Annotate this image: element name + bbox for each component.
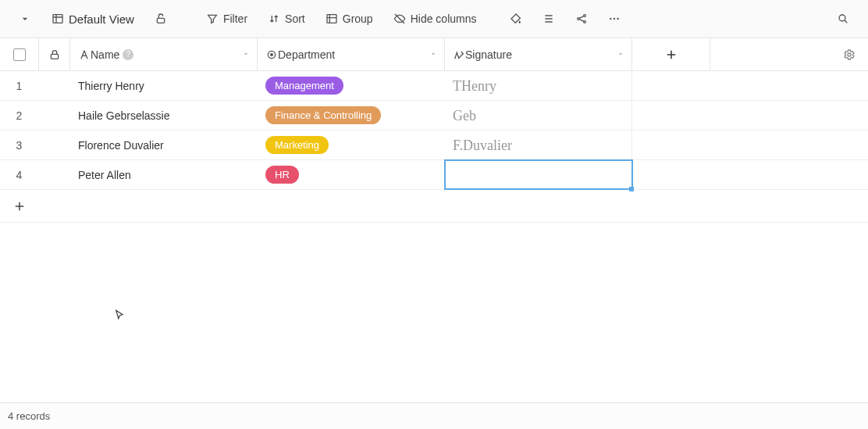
column-name-label: Name <box>91 48 119 61</box>
share-icon <box>575 13 588 25</box>
table-row[interactable]: 2Haile GebrselassieFinance & Controlling… <box>0 101 868 130</box>
row-height-icon <box>542 13 555 25</box>
table-row[interactable]: 3Florence DuvalierMarketingF.Duvalier <box>0 130 868 160</box>
sort-button[interactable]: Sort <box>260 8 313 30</box>
column-signature-dropdown[interactable] <box>616 48 625 61</box>
svg-point-4 <box>583 15 585 17</box>
svg-point-12 <box>270 53 273 56</box>
select-all-cell[interactable] <box>0 38 39 70</box>
table-row[interactable]: 4Peter AllenHR <box>0 160 868 190</box>
paint-bucket-icon <box>510 13 522 25</box>
hide-columns-button[interactable]: Hide columns <box>386 8 485 30</box>
cell-department[interactable]: Marketing <box>258 130 445 159</box>
department-pill: HR <box>265 166 299 184</box>
plus-icon <box>0 199 39 213</box>
svg-point-7 <box>613 18 614 20</box>
row-lock-cell <box>39 71 70 100</box>
department-pill: Finance & Controlling <box>265 106 381 124</box>
cell-name[interactable]: Peter Allen <box>70 160 258 189</box>
filter-button[interactable]: Filter <box>198 8 255 30</box>
records-count: 4 records <box>8 410 50 422</box>
unlock-icon <box>155 13 167 25</box>
cell-name[interactable]: Haile Gebrselassie <box>70 101 258 130</box>
group-icon <box>326 13 338 25</box>
text-type-icon <box>78 48 91 61</box>
lock-view-button[interactable] <box>147 8 175 30</box>
svg-point-5 <box>583 21 585 23</box>
svg-rect-1 <box>157 18 164 23</box>
svg-point-13 <box>848 53 851 56</box>
table-settings-button[interactable] <box>831 48 868 61</box>
view-dropdown-toggle[interactable] <box>11 8 39 30</box>
row-lock-cell <box>39 160 70 189</box>
column-department-label: Department <box>278 48 335 61</box>
row-index: 1 <box>0 71 39 100</box>
group-button[interactable]: Group <box>318 8 381 30</box>
filter-label: Filter <box>223 13 247 25</box>
cell-signature[interactable]: Geb <box>445 101 632 130</box>
tag-type-icon <box>265 48 278 61</box>
column-header-name[interactable]: Name ? <box>70 38 258 70</box>
row-height-button[interactable] <box>535 8 563 30</box>
svg-point-9 <box>839 15 845 21</box>
row-lock-cell <box>39 101 70 130</box>
more-button[interactable] <box>600 8 628 30</box>
search-button[interactable] <box>829 8 857 30</box>
view-button[interactable]: Default View <box>44 8 142 30</box>
cell-department[interactable]: Management <box>258 71 445 100</box>
svg-rect-10 <box>51 54 58 59</box>
chevron-down-icon <box>19 13 31 25</box>
column-name-dropdown[interactable] <box>241 48 251 61</box>
svg-point-3 <box>577 18 579 20</box>
add-column-button[interactable] <box>632 38 710 70</box>
lock-icon <box>48 48 61 61</box>
row-index: 4 <box>0 160 39 189</box>
view-label: Default View <box>69 13 134 26</box>
search-icon <box>837 13 849 25</box>
select-all-checkbox[interactable] <box>13 48 26 61</box>
help-icon[interactable]: ? <box>123 49 133 60</box>
share-button[interactable] <box>567 8 596 30</box>
hide-columns-label: Hide columns <box>411 13 477 25</box>
svg-rect-0 <box>53 15 62 23</box>
hide-icon <box>393 13 406 25</box>
cell-signature[interactable] <box>445 160 632 189</box>
svg-rect-2 <box>327 15 336 23</box>
column-department-dropdown[interactable] <box>429 48 438 61</box>
row-lock-cell <box>39 130 70 159</box>
cell-department[interactable]: HR <box>258 160 445 189</box>
more-horizontal-icon <box>608 13 621 25</box>
column-header-signature[interactable]: Signature <box>445 38 632 70</box>
row-index: 2 <box>0 101 39 130</box>
sort-label: Sort <box>285 13 305 25</box>
column-signature-label: Signature <box>465 48 512 61</box>
table-row[interactable]: 1Thierry HenryManagementTHenry <box>0 71 868 101</box>
grid-view-icon <box>52 13 64 25</box>
cell-signature[interactable]: THenry <box>445 71 632 100</box>
cell-name[interactable]: Florence Duvalier <box>70 130 258 159</box>
cell-signature[interactable]: F.Duvalier <box>445 130 632 159</box>
signature-type-icon <box>453 48 465 61</box>
filter-icon <box>206 13 219 25</box>
cell-department[interactable]: Finance & Controlling <box>258 101 445 130</box>
cell-name[interactable]: Thierry Henry <box>70 71 258 100</box>
column-header-department[interactable]: Department <box>258 38 445 70</box>
row-index: 3 <box>0 130 39 159</box>
add-row-button[interactable] <box>0 190 868 223</box>
department-pill: Marketing <box>265 136 329 154</box>
svg-point-6 <box>610 18 611 20</box>
sort-icon <box>268 13 280 25</box>
lock-column-header[interactable] <box>39 38 70 70</box>
department-pill: Management <box>265 77 343 95</box>
svg-point-8 <box>617 18 618 20</box>
color-button[interactable] <box>502 8 530 30</box>
group-label: Group <box>343 13 373 25</box>
